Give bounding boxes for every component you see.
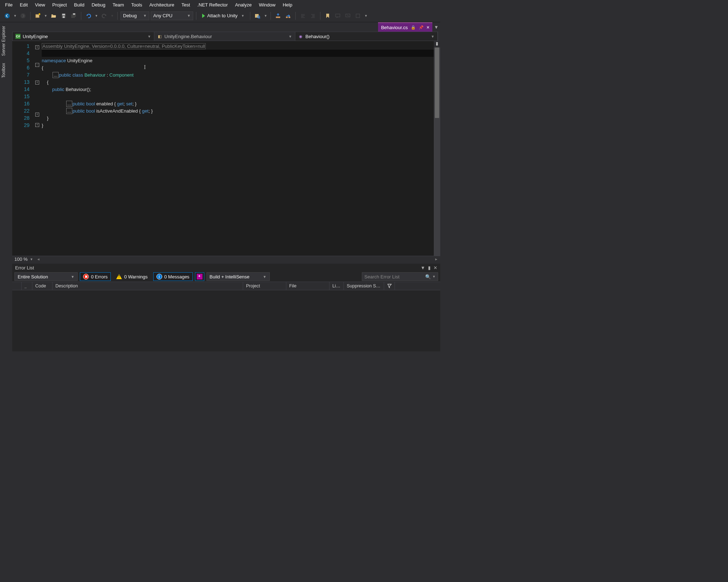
nav-member-label: Behaviour() xyxy=(305,34,329,39)
wand-icon xyxy=(197,274,203,279)
svg-point-0 xyxy=(5,13,10,18)
col-description[interactable]: Description xyxy=(53,282,243,290)
nav-back-button[interactable] xyxy=(3,12,12,20)
error-list-columns: ⎯CodeDescriptionProjectFileLineSuppressi… xyxy=(12,282,440,290)
menu-test[interactable]: Test xyxy=(178,1,194,9)
panel-dropdown-icon[interactable]: ▼ xyxy=(420,265,425,270)
chevron-down-icon: ▼ xyxy=(187,14,191,18)
menu-view[interactable]: View xyxy=(31,1,49,9)
col-icon[interactable] xyxy=(12,282,22,290)
col-file[interactable]: File xyxy=(286,282,329,290)
scroll-thumb[interactable] xyxy=(435,42,439,118)
document-tab-active[interactable]: Behaviour.cs 🔒 📌 × xyxy=(378,22,432,32)
code-editor[interactable]: 1456713141516222829 +−+++ I Assembly Uni… xyxy=(12,41,440,256)
error-list-toolbar: Entire Solution▼ ✖0 Errors 0 Warnings i0… xyxy=(12,272,440,282)
undo-dropdown[interactable]: ▼ xyxy=(94,12,99,20)
nav-type-label: UnityEngine.Behaviour xyxy=(164,34,212,39)
code-content[interactable]: I Assembly UnityEngine, Version=0.0.0.0,… xyxy=(42,41,440,256)
doc-title: Behaviour.cs xyxy=(381,25,408,30)
save-button[interactable] xyxy=(59,12,68,20)
pin-icon[interactable]: ▮ xyxy=(428,265,431,270)
menu--net-reflector[interactable]: .NET Reflector xyxy=(194,1,231,9)
scroll-right-icon[interactable]: ► xyxy=(434,257,438,261)
menu-analyze[interactable]: Analyze xyxy=(231,1,255,9)
errors-filter-button[interactable]: ✖0 Errors xyxy=(80,272,111,281)
build-filter-label: Build + IntelliSense xyxy=(210,274,250,279)
run-label: Attach to Unity xyxy=(207,13,238,18)
new-project-button[interactable] xyxy=(33,12,42,20)
error-search-input[interactable] xyxy=(364,274,425,279)
toolbar-overflow[interactable]: ▼ xyxy=(364,12,368,20)
chevron-down-icon[interactable]: ▼ xyxy=(432,275,436,278)
svg-rect-13 xyxy=(276,17,280,18)
col-line[interactable]: Line xyxy=(329,282,344,290)
chevron-down-icon[interactable]: ▼ xyxy=(30,258,33,261)
undo-button[interactable] xyxy=(84,12,93,20)
menu-window[interactable]: Window xyxy=(255,1,279,9)
col-icon[interactable]: ⎯ xyxy=(22,282,32,290)
panel-title: Error List xyxy=(15,265,34,270)
find-dropdown[interactable]: ▼ xyxy=(263,12,268,20)
menu-architecture[interactable]: Architecture xyxy=(146,1,178,9)
menu-edit[interactable]: Edit xyxy=(16,1,31,9)
error-search-box[interactable]: 🔍 ▼ xyxy=(362,272,438,281)
open-file-button[interactable] xyxy=(49,12,58,20)
platform-combo[interactable]: Any CPU▼ xyxy=(151,12,193,20)
scroll-left-icon[interactable]: ◄ xyxy=(37,257,40,261)
col-code[interactable]: Code xyxy=(32,282,53,290)
pin-icon[interactable]: 📌 xyxy=(419,25,424,30)
menu-help[interactable]: Help xyxy=(279,1,296,9)
menu-tools[interactable]: Tools xyxy=(128,1,146,9)
bookmark-button[interactable] xyxy=(323,12,332,20)
document-tab-bar: Behaviour.cs 🔒 📌 × ▼ xyxy=(378,22,440,32)
menu-debug[interactable]: Debug xyxy=(88,1,109,9)
messages-filter-button[interactable]: i0 Messages xyxy=(153,272,193,281)
close-icon[interactable]: × xyxy=(427,24,429,30)
nav-forward-button xyxy=(19,12,27,20)
config-combo[interactable]: Debug▼ xyxy=(120,12,149,20)
search-icon[interactable]: 🔍 xyxy=(425,274,431,279)
start-debug-button[interactable]: Attach to Unity▼ xyxy=(199,12,247,20)
find-in-files-button[interactable] xyxy=(253,12,262,20)
split-editor-button[interactable]: ⬍ xyxy=(434,41,440,47)
separator xyxy=(196,12,196,20)
menu-file[interactable]: File xyxy=(1,1,16,9)
filter-icon[interactable] xyxy=(384,282,395,290)
errors-count: 0 Errors xyxy=(91,274,108,279)
indent-less-button xyxy=(299,12,307,20)
redo-button xyxy=(100,12,109,20)
menu-build[interactable]: Build xyxy=(70,1,88,9)
menu-team[interactable]: Team xyxy=(109,1,128,9)
zoom-level[interactable]: 100 % xyxy=(14,256,28,262)
svg-point-3 xyxy=(39,13,40,15)
svg-rect-5 xyxy=(62,14,65,15)
chevron-down-icon: ▼ xyxy=(143,14,147,18)
nav-member-combo[interactable]: ◉ Behaviour() ▼ xyxy=(295,32,438,41)
warning-icon xyxy=(116,274,122,279)
toolbox-tab[interactable]: Toolbox xyxy=(0,59,7,81)
save-all-button[interactable] xyxy=(69,12,78,20)
code-nav-bar: C# UnityEngine ▼ ◧ UnityEngine.Behaviour… xyxy=(12,32,438,41)
col-suppressions[interactable]: Suppression S… xyxy=(344,282,384,290)
warnings-filter-button[interactable]: 0 Warnings xyxy=(113,272,151,281)
toggle-button xyxy=(354,12,362,20)
separator xyxy=(320,12,320,20)
step-over-button[interactable] xyxy=(284,12,292,20)
nav-scope-combo[interactable]: C# UnityEngine ▼ xyxy=(13,32,154,41)
server-explorer-tab[interactable]: Server Explorer xyxy=(0,22,7,59)
close-icon[interactable]: ✕ xyxy=(433,265,437,270)
scope-combo[interactable]: Entire Solution▼ xyxy=(14,272,78,281)
nav-type-combo[interactable]: ◧ UnityEngine.Behaviour ▼ xyxy=(154,32,295,41)
fold-column: +−+++ xyxy=(35,41,42,256)
step-out-button[interactable] xyxy=(274,12,282,20)
col-project[interactable]: Project xyxy=(243,282,286,290)
new-dropdown[interactable]: ▼ xyxy=(44,12,48,20)
svg-line-26 xyxy=(347,15,349,16)
menu-project[interactable]: Project xyxy=(49,1,70,9)
back-dropdown[interactable]: ▼ xyxy=(13,12,17,20)
build-filter-combo[interactable]: Build + IntelliSense▼ xyxy=(206,272,270,281)
clear-filters-button[interactable] xyxy=(195,272,204,281)
method-icon: ◉ xyxy=(298,34,303,39)
tab-overflow-button[interactable]: ▼ xyxy=(432,22,440,32)
vertical-scrollbar[interactable] xyxy=(434,41,440,256)
